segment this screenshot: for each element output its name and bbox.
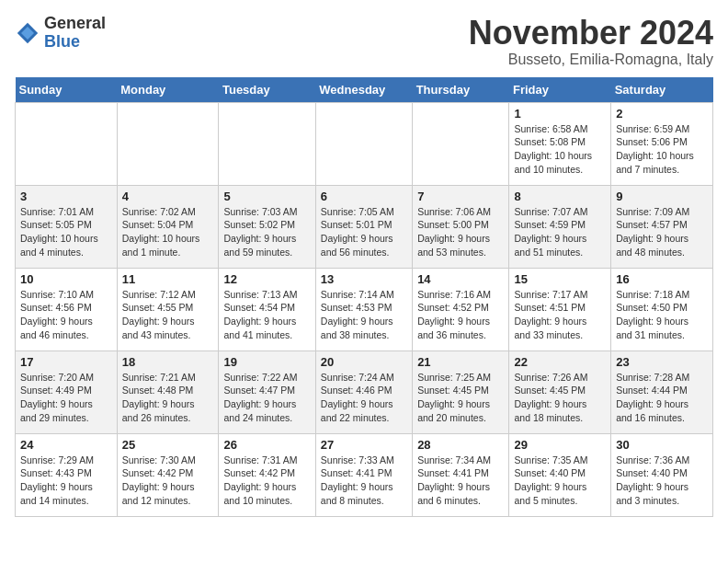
day-number: 22 <box>514 355 606 369</box>
day-number: 14 <box>417 272 504 286</box>
calendar-cell: 14Sunrise: 7:16 AM Sunset: 4:52 PM Dayli… <box>413 268 509 350</box>
day-number: 19 <box>223 355 310 369</box>
calendar-cell: 21Sunrise: 7:25 AM Sunset: 4:45 PM Dayli… <box>413 350 509 433</box>
calendar-cell <box>315 102 412 185</box>
day-info: Sunrise: 7:26 AM Sunset: 4:45 PM Dayligh… <box>514 371 606 425</box>
calendar-cell: 25Sunrise: 7:30 AM Sunset: 4:42 PM Dayli… <box>117 433 219 516</box>
day-number: 9 <box>616 190 708 203</box>
calendar-cell: 19Sunrise: 7:22 AM Sunset: 4:47 PM Dayli… <box>219 350 315 433</box>
day-info: Sunrise: 7:29 AM Sunset: 4:43 PM Dayligh… <box>20 454 112 508</box>
day-info: Sunrise: 7:25 AM Sunset: 4:45 PM Dayligh… <box>417 371 504 425</box>
day-info: Sunrise: 7:17 AM Sunset: 4:51 PM Dayligh… <box>514 288 606 342</box>
day-info: Sunrise: 7:35 AM Sunset: 4:40 PM Dayligh… <box>514 454 606 508</box>
calendar-cell: 22Sunrise: 7:26 AM Sunset: 4:45 PM Dayli… <box>509 350 611 433</box>
day-info: Sunrise: 7:22 AM Sunset: 4:47 PM Dayligh… <box>223 371 310 425</box>
weekday-header-tuesday: Tuesday <box>219 77 315 103</box>
calendar-week-row: 3Sunrise: 7:01 AM Sunset: 5:05 PM Daylig… <box>16 185 713 268</box>
generalblue-icon <box>15 20 40 46</box>
calendar-cell: 24Sunrise: 7:29 AM Sunset: 4:43 PM Dayli… <box>16 433 118 516</box>
calendar-table: SundayMondayTuesdayWednesdayThursdayFrid… <box>15 77 713 517</box>
calendar-cell <box>219 102 315 185</box>
day-number: 6 <box>321 190 407 203</box>
day-info: Sunrise: 7:33 AM Sunset: 4:41 PM Dayligh… <box>321 454 407 508</box>
day-number: 26 <box>223 438 310 452</box>
weekday-header-sunday: Sunday <box>16 77 118 103</box>
day-number: 3 <box>20 190 112 203</box>
calendar-cell: 15Sunrise: 7:17 AM Sunset: 4:51 PM Dayli… <box>509 268 611 350</box>
location-text: Busseto, Emilia-Romagna, Italy <box>469 52 713 68</box>
day-info: Sunrise: 7:36 AM Sunset: 4:40 PM Dayligh… <box>616 454 708 508</box>
calendar-cell: 17Sunrise: 7:20 AM Sunset: 4:49 PM Dayli… <box>16 350 118 433</box>
day-number: 12 <box>223 272 310 286</box>
day-info: Sunrise: 7:30 AM Sunset: 4:42 PM Dayligh… <box>122 454 214 508</box>
day-number: 30 <box>616 438 708 452</box>
day-info: Sunrise: 7:07 AM Sunset: 4:59 PM Dayligh… <box>514 205 606 259</box>
day-info: Sunrise: 7:21 AM Sunset: 4:48 PM Dayligh… <box>122 371 214 425</box>
day-info: Sunrise: 7:13 AM Sunset: 4:54 PM Dayligh… <box>223 288 310 342</box>
day-number: 10 <box>20 272 112 286</box>
page-header: General Blue November 2024 Busseto, Emil… <box>15 15 713 68</box>
logo: General Blue <box>15 15 106 52</box>
day-number: 4 <box>122 190 214 203</box>
day-number: 8 <box>514 190 606 203</box>
calendar-cell: 29Sunrise: 7:35 AM Sunset: 4:40 PM Dayli… <box>509 433 611 516</box>
day-info: Sunrise: 7:02 AM Sunset: 5:04 PM Dayligh… <box>122 205 214 259</box>
calendar-cell <box>16 102 118 185</box>
calendar-cell: 1Sunrise: 6:58 AM Sunset: 5:08 PM Daylig… <box>509 102 611 185</box>
day-info: Sunrise: 7:18 AM Sunset: 4:50 PM Dayligh… <box>616 288 708 342</box>
day-number: 25 <box>122 438 214 452</box>
day-info: Sunrise: 7:12 AM Sunset: 4:55 PM Dayligh… <box>122 288 214 342</box>
day-info: Sunrise: 6:59 AM Sunset: 5:06 PM Dayligh… <box>616 122 708 177</box>
calendar-week-row: 24Sunrise: 7:29 AM Sunset: 4:43 PM Dayli… <box>16 433 713 516</box>
calendar-cell: 5Sunrise: 7:03 AM Sunset: 5:02 PM Daylig… <box>219 185 315 268</box>
calendar-header: SundayMondayTuesdayWednesdayThursdayFrid… <box>16 77 713 103</box>
day-info: Sunrise: 7:16 AM Sunset: 4:52 PM Dayligh… <box>417 288 504 342</box>
calendar-week-row: 17Sunrise: 7:20 AM Sunset: 4:49 PM Dayli… <box>16 350 713 433</box>
weekday-header-thursday: Thursday <box>413 77 509 103</box>
calendar-cell: 28Sunrise: 7:34 AM Sunset: 4:41 PM Dayli… <box>413 433 509 516</box>
calendar-cell: 13Sunrise: 7:14 AM Sunset: 4:53 PM Dayli… <box>315 268 412 350</box>
calendar-cell: 12Sunrise: 7:13 AM Sunset: 4:54 PM Dayli… <box>219 268 315 350</box>
calendar-week-row: 1Sunrise: 6:58 AM Sunset: 5:08 PM Daylig… <box>16 102 713 185</box>
day-info: Sunrise: 7:28 AM Sunset: 4:44 PM Dayligh… <box>616 371 708 425</box>
day-info: Sunrise: 7:03 AM Sunset: 5:02 PM Dayligh… <box>223 205 310 259</box>
calendar-body: 1Sunrise: 6:58 AM Sunset: 5:08 PM Daylig… <box>16 102 713 516</box>
calendar-cell: 10Sunrise: 7:10 AM Sunset: 4:56 PM Dayli… <box>16 268 118 350</box>
calendar-cell: 16Sunrise: 7:18 AM Sunset: 4:50 PM Dayli… <box>611 268 713 350</box>
day-number: 16 <box>616 272 708 286</box>
calendar-cell: 4Sunrise: 7:02 AM Sunset: 5:04 PM Daylig… <box>117 185 219 268</box>
day-number: 27 <box>321 438 407 452</box>
logo-general-text: General <box>44 15 106 33</box>
calendar-cell: 23Sunrise: 7:28 AM Sunset: 4:44 PM Dayli… <box>611 350 713 433</box>
day-info: Sunrise: 7:10 AM Sunset: 4:56 PM Dayligh… <box>20 288 112 342</box>
calendar-cell: 2Sunrise: 6:59 AM Sunset: 5:06 PM Daylig… <box>611 102 713 185</box>
calendar-week-row: 10Sunrise: 7:10 AM Sunset: 4:56 PM Dayli… <box>16 268 713 350</box>
calendar-cell: 30Sunrise: 7:36 AM Sunset: 4:40 PM Dayli… <box>611 433 713 516</box>
day-info: Sunrise: 6:58 AM Sunset: 5:08 PM Dayligh… <box>514 122 606 177</box>
day-number: 23 <box>616 355 708 369</box>
day-info: Sunrise: 7:14 AM Sunset: 4:53 PM Dayligh… <box>321 288 407 342</box>
calendar-cell: 20Sunrise: 7:24 AM Sunset: 4:46 PM Dayli… <box>315 350 412 433</box>
day-info: Sunrise: 7:09 AM Sunset: 4:57 PM Dayligh… <box>616 205 708 259</box>
calendar-cell: 18Sunrise: 7:21 AM Sunset: 4:48 PM Dayli… <box>117 350 219 433</box>
day-number: 13 <box>321 272 407 286</box>
weekday-header-row: SundayMondayTuesdayWednesdayThursdayFrid… <box>16 77 713 103</box>
day-info: Sunrise: 7:05 AM Sunset: 5:01 PM Dayligh… <box>321 205 407 259</box>
day-number: 2 <box>616 107 708 121</box>
weekday-header-monday: Monday <box>117 77 219 103</box>
weekday-header-wednesday: Wednesday <box>315 77 412 103</box>
calendar-cell: 11Sunrise: 7:12 AM Sunset: 4:55 PM Dayli… <box>117 268 219 350</box>
day-number: 21 <box>417 355 504 369</box>
day-number: 29 <box>514 438 606 452</box>
day-info: Sunrise: 7:01 AM Sunset: 5:05 PM Dayligh… <box>20 205 112 259</box>
day-info: Sunrise: 7:31 AM Sunset: 4:42 PM Dayligh… <box>223 454 310 508</box>
day-number: 18 <box>122 355 214 369</box>
calendar-cell: 26Sunrise: 7:31 AM Sunset: 4:42 PM Dayli… <box>219 433 315 516</box>
day-number: 15 <box>514 272 606 286</box>
day-number: 5 <box>223 190 310 203</box>
day-number: 7 <box>417 190 504 203</box>
day-info: Sunrise: 7:24 AM Sunset: 4:46 PM Dayligh… <box>321 371 407 425</box>
day-number: 28 <box>417 438 504 452</box>
calendar-cell: 7Sunrise: 7:06 AM Sunset: 5:00 PM Daylig… <box>413 185 509 268</box>
weekday-header-saturday: Saturday <box>611 77 713 103</box>
